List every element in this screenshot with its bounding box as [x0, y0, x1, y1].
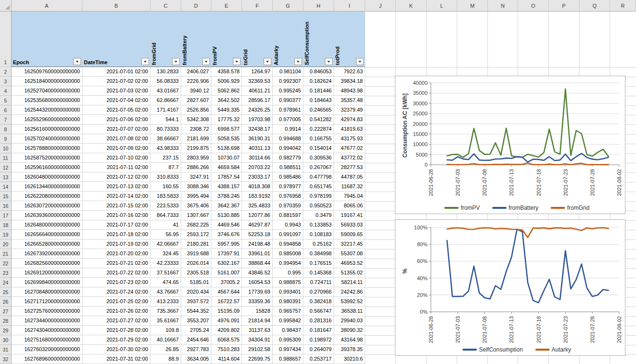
cell-C18[interactable]: 41 — [150, 220, 181, 230]
cell-A5[interactable]: 1625356800000000000 — [12, 96, 82, 105]
cell-D28[interactable]: 3553.207 — [181, 316, 211, 326]
cell-I2[interactable]: 7922.63 — [334, 67, 365, 77]
cell-C3[interactable]: 56.08333 — [150, 77, 181, 86]
cell-E18[interactable]: 4469.546 — [211, 220, 242, 230]
cell-B18[interactable]: 2021-07-17 02:00 — [82, 220, 150, 230]
cell-B7[interactable]: 2021-07-06 02:00 — [82, 115, 150, 125]
cell-B26[interactable]: 2021-07-25 02:00 — [82, 297, 150, 307]
column-header-Q[interactable]: Q — [579, 0, 610, 11]
cell-E28[interactable]: 4976.091 — [211, 316, 242, 326]
cell-E9[interactable]: 5058.535 — [211, 134, 242, 144]
cell-E16[interactable]: 3642.367 — [211, 201, 242, 211]
cell-G21[interactable]: 0.985008 — [273, 249, 303, 259]
cell-I18[interactable]: 56933.03 — [334, 220, 365, 230]
cell-B14[interactable]: 2021-07-13 02:00 — [82, 182, 150, 192]
cell-A4[interactable]: 1625270400000000000 — [12, 86, 82, 96]
cell-D9[interactable]: 2181.699 — [181, 134, 211, 144]
cell-F22[interactable]: 38868.44 — [242, 259, 273, 268]
cell-I10[interactable]: 47677.02 — [334, 144, 365, 153]
cell-F3[interactable]: 32369.53 — [242, 77, 273, 86]
cell-G29[interactable]: 0.98437 — [273, 326, 303, 335]
cell-F18[interactable]: 46297.87 — [242, 220, 273, 230]
cell-I27[interactable]: 36538.11 — [334, 307, 365, 316]
cell-A13[interactable]: 1626048000000000000 — [12, 172, 82, 182]
cell-D8[interactable]: 2308.72 — [181, 125, 211, 134]
column-header-L[interactable]: L — [427, 0, 457, 11]
cell-D3[interactable]: 2226.906 — [181, 77, 211, 86]
cell-D4[interactable]: 3940.12 — [181, 86, 211, 96]
cell-D32[interactable]: 3634.005 — [181, 354, 211, 364]
cell-A31[interactable]: 1627603200000000000 — [12, 345, 82, 354]
legend-item-fromGrid[interactable]: fromGrid — [551, 205, 590, 211]
cell-A32[interactable]: 1627689600000000000 — [12, 354, 82, 364]
cell-I29[interactable]: 38090.32 — [334, 326, 365, 335]
cell-B16[interactable]: 2021-07-15 02:00 — [82, 201, 150, 211]
cell-F30[interactable]: 34304.91 — [242, 335, 273, 345]
filter-button-DateTime[interactable] — [141, 58, 149, 65]
cell-G2[interactable]: 0.981104 — [273, 67, 303, 77]
row-header-24[interactable]: 24 — [0, 278, 12, 287]
cell-A17[interactable]: 1626393600000000000 — [12, 211, 82, 220]
cell-G19[interactable]: 0.991097 — [273, 230, 303, 239]
cell-I24[interactable]: 58214.11 — [334, 278, 365, 287]
cell-B15[interactable]: 2021-07-14 02:00 — [82, 192, 150, 201]
cell-I11[interactable]: 43772.02 — [334, 153, 365, 163]
cell-E31[interactable]: 7510.283 — [211, 345, 242, 354]
cell-I30[interactable]: 43164.98 — [334, 335, 365, 345]
cell-E17[interactable]: 5130.885 — [211, 211, 242, 220]
row-header-7[interactable]: 7 — [0, 115, 12, 125]
cell-B3[interactable]: 2021-07-02 02:00 — [82, 77, 150, 86]
cell-A10[interactable]: 1625788800000000000 — [12, 144, 82, 153]
column-header-R[interactable]: R — [610, 0, 636, 11]
cell-H21[interactable]: 0.384998 — [303, 249, 334, 259]
cell-E4[interactable]: 5062.862 — [211, 86, 242, 96]
filter-button-Epoch[interactable] — [73, 58, 81, 65]
cell-G25[interactable]: 0.993401 — [273, 287, 303, 297]
column-header-M[interactable]: M — [457, 0, 488, 11]
cell-B32[interactable]: 2021-07-31 02:00 — [82, 354, 150, 364]
row-header-11[interactable]: 11 — [0, 153, 12, 163]
cell-E25[interactable]: 4567.644 — [211, 287, 242, 297]
cell-A9[interactable]: 1625702400000000000 — [12, 134, 82, 144]
header-cell-totProd[interactable]: totProd — [334, 11, 365, 67]
column-header-C[interactable]: C — [150, 0, 181, 11]
cell-F6[interactable]: 24326.25 — [242, 105, 273, 115]
cell-E30[interactable]: 6068.575 — [211, 335, 242, 345]
cell-A12[interactable]: 1625961600000000000 — [12, 163, 82, 172]
cell-H3[interactable]: 0.182624 — [303, 77, 334, 86]
row-header-4[interactable]: 4 — [0, 86, 12, 96]
cell-I15[interactable]: 7945.04 — [334, 192, 365, 201]
cell-E11[interactable]: 10730.07 — [211, 153, 242, 163]
column-header-B[interactable]: B — [82, 0, 150, 11]
cell-B28[interactable]: 2021-07-27 02:00 — [82, 316, 150, 326]
cell-B20[interactable]: 2021-07-19 02:00 — [82, 239, 150, 249]
cell-H10[interactable]: 0.154014 — [303, 144, 334, 153]
column-header-J[interactable]: J — [365, 0, 396, 11]
cell-I22[interactable]: 46953.52 — [334, 259, 365, 268]
cell-A16[interactable]: 1626307200000000000 — [12, 201, 82, 211]
cell-G15[interactable]: 0.976958 — [273, 192, 303, 201]
cell-I17[interactable]: 19167.41 — [334, 211, 365, 220]
cell-E21[interactable]: 17397.91 — [211, 249, 242, 259]
cell-B23[interactable]: 2021-07-22 02:00 — [82, 268, 150, 278]
cell-B6[interactable]: 2021-07-05 02:00 — [82, 105, 150, 115]
cell-F24[interactable]: 16054.53 — [242, 278, 273, 287]
cell-A25[interactable]: 1627084800000000000 — [12, 287, 82, 297]
cell-C9[interactable]: 38.66667 — [150, 134, 181, 144]
column-header-P[interactable]: P — [549, 0, 579, 11]
cell-I13[interactable]: 44787.05 — [334, 172, 365, 182]
column-header-I[interactable]: I — [334, 0, 365, 11]
column-header-G[interactable]: G — [273, 0, 303, 11]
cell-F29[interactable]: 31137.63 — [242, 326, 273, 335]
cell-H24[interactable]: 0.724711 — [303, 278, 334, 287]
cell-E7[interactable]: 17775.32 — [211, 115, 242, 125]
cell-I6[interactable]: 32379.49 — [334, 105, 365, 115]
cell-E14[interactable]: 4388.157 — [211, 182, 242, 192]
row-header-2[interactable]: 2 — [0, 67, 12, 77]
cell-G10[interactable]: 0.994042 — [273, 144, 303, 153]
cell-B13[interactable]: 2021-07-12 02:00 — [82, 172, 150, 182]
legend-item-fromPV[interactable]: fromPV — [444, 205, 480, 211]
cell-H4[interactable]: 0.181446 — [303, 86, 334, 96]
cell-D19[interactable]: 2593.172 — [181, 230, 211, 239]
cell-H32[interactable]: 0.253717 — [303, 354, 334, 364]
